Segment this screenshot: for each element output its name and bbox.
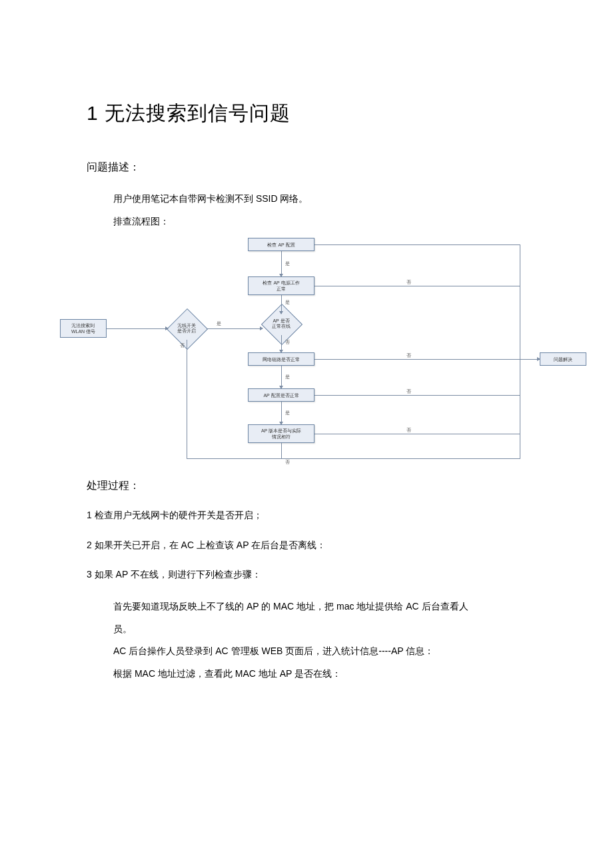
problem-description: 用户使用笔记本自带网卡检测不到 SSID 网络。 <box>113 188 546 211</box>
flow-node-start: 无法搜索到WLAN 信号 <box>60 319 107 338</box>
flow-node-link: 网络链路是否正常 <box>248 352 314 366</box>
flow-node-ap-power: 检查 AP 电源工作正常 <box>248 276 314 295</box>
step-3c: 根据 MAC 地址过滤，查看此 MAC 地址 AP 是否在线： <box>113 663 546 685</box>
process-heading: 处理过程： <box>87 479 546 493</box>
step-3a-line1: 首先要知道现场反映上不了线的 AP 的 MAC 地址，把 mac 地址提供给 A… <box>113 596 546 618</box>
step-3a-line2: 员。 <box>113 618 546 641</box>
flow-node-check-ap: 检查 AP 配置 <box>248 238 314 251</box>
page-title: 1 无法搜索到信号问题 <box>87 100 546 127</box>
flow-decision-switch: 无线开关是否开启 <box>167 317 207 340</box>
problem-heading: 问题描述： <box>87 161 546 175</box>
content-area: 1 无法搜索到信号问题 问题描述： 用户使用笔记本自带网卡检测不到 SSID 网… <box>87 100 546 685</box>
step-2: 2 如果开关已开启，在 AC 上检查该 AP 在后台是否离线： <box>87 536 546 554</box>
flow-node-end: 问题解决 <box>540 352 586 366</box>
step-1: 1 检查用户无线网卡的硬件开关是否开启； <box>87 506 546 524</box>
flow-node-version: AP 版本是否与实际情况相符 <box>248 424 314 443</box>
step-3b: AC 后台操作人员登录到 AC 管理板 WEB 页面后，进入统计信息----AP… <box>113 640 546 663</box>
flow-node-cfg: AP 配置是否正常 <box>248 388 314 402</box>
document-page: 1 无法搜索到信号问题 问题描述： 用户使用笔记本自带网卡检测不到 SSID 网… <box>0 0 613 868</box>
flow-decision-online: AP 是否正常在线 <box>261 312 301 335</box>
step-3: 3 如果 AP 不在线，则进行下列检查步骤： <box>87 566 546 584</box>
flowchart: 无法搜索到WLAN 信号 无线开关是否开启 检查 AP 配置 检查 AP 电源工… <box>47 232 593 466</box>
flowchart-label: 排查流程图： <box>113 211 546 233</box>
